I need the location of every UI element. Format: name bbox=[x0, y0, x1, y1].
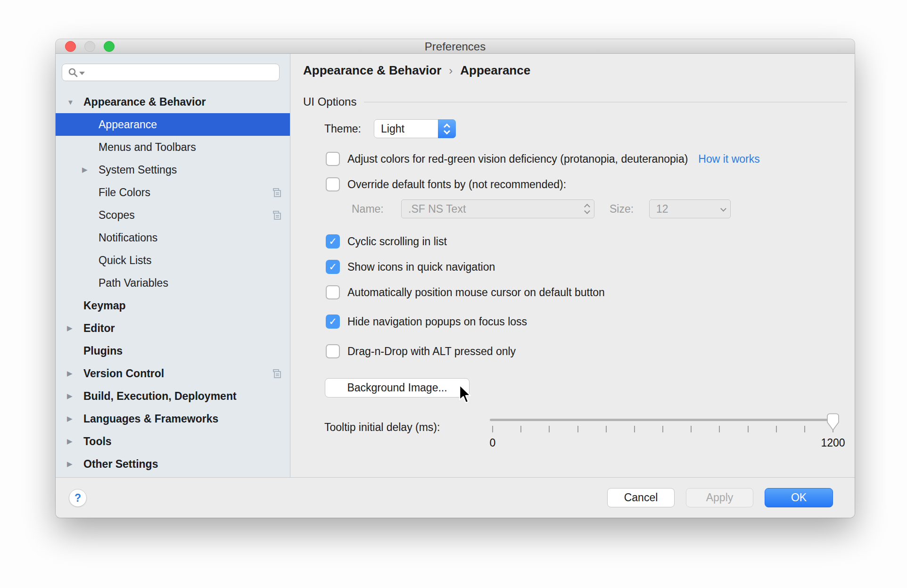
breadcrumb: Appearance & Behavior › Appearance bbox=[303, 63, 530, 78]
select-stepper-icon bbox=[585, 200, 589, 218]
select-stepper-icon[interactable] bbox=[438, 119, 456, 138]
slider-tick bbox=[577, 426, 578, 432]
search-options-caret-icon[interactable] bbox=[79, 72, 85, 75]
sidebar-item-label: Build, Execution, Deployment bbox=[83, 390, 237, 403]
sidebar-item-editor[interactable]: ▶ Editor bbox=[56, 317, 290, 340]
checkbox[interactable]: ✓ bbox=[326, 344, 340, 358]
sidebar-item-appearance-behavior[interactable]: ▼ Appearance & Behavior bbox=[56, 91, 290, 113]
sidebar-item-label: Notifications bbox=[99, 232, 157, 244]
chevron-down-icon bbox=[584, 208, 590, 214]
cancel-button[interactable]: Cancel bbox=[607, 488, 675, 507]
sidebar-item-label: Scopes bbox=[99, 209, 135, 222]
search-input[interactable] bbox=[88, 66, 279, 80]
sidebar-item-label: System Settings bbox=[99, 164, 177, 176]
sidebar-item-label: Languages & Frameworks bbox=[83, 413, 218, 425]
font-name-select[interactable]: .SF NS Text bbox=[401, 199, 594, 218]
sidebar-item-quick-lists[interactable]: Quick Lists bbox=[56, 249, 290, 272]
sidebar-item-menus-and-toolbars[interactable]: Menus and Toolbars bbox=[56, 136, 290, 158]
check-icon: ✓ bbox=[329, 262, 337, 272]
checkbox-label: Adjust colors for red-green vision defic… bbox=[347, 153, 688, 166]
footer-bar: ? Cancel Apply OK bbox=[56, 477, 855, 518]
slider-tick bbox=[492, 426, 493, 432]
tree-arrow-icon[interactable]: ▶ bbox=[67, 392, 83, 400]
checkbox-row-adjust-colors: ✓ Adjust colors for red-green vision def… bbox=[326, 150, 760, 167]
apply-button[interactable]: Apply bbox=[686, 488, 753, 507]
slider-min-label: 0 bbox=[471, 437, 514, 449]
preferences-window: Preferences bbox=[56, 39, 855, 518]
section-title: UI Options bbox=[303, 95, 356, 108]
background-image-button[interactable]: Background Image... bbox=[325, 378, 470, 398]
title-bar[interactable]: Preferences bbox=[56, 39, 855, 54]
checkbox[interactable]: ✓ bbox=[326, 285, 340, 299]
checkbox-row-hide-popups: ✓ Hide navigation popups on focus loss bbox=[326, 313, 527, 330]
tree-arrow-icon[interactable]: ▶ bbox=[67, 414, 83, 423]
tree-arrow-icon[interactable]: ▶ bbox=[67, 460, 83, 468]
checkbox-row-show-icons: ✓ Show icons in quick navigation bbox=[326, 258, 495, 275]
checkbox[interactable]: ✓ bbox=[326, 315, 340, 329]
checkbox[interactable]: ✓ bbox=[326, 260, 340, 274]
slider-max-label: 1200 bbox=[812, 437, 854, 449]
sidebar-item-system-settings[interactable]: ▶ System Settings bbox=[56, 158, 290, 181]
slider-tick bbox=[691, 426, 692, 432]
sidebar-item-version-control[interactable]: ▶ Version Control bbox=[56, 362, 290, 385]
tooltip-delay-slider[interactable]: 0 1200 bbox=[490, 412, 834, 445]
checkbox-label: Hide navigation popups on focus loss bbox=[347, 315, 527, 328]
sidebar-item-label: Plugins bbox=[83, 345, 123, 357]
sidebar-item-file-colors[interactable]: File Colors bbox=[56, 181, 290, 204]
breadcrumb-parent[interactable]: Appearance & Behavior bbox=[303, 63, 441, 78]
search-field[interactable] bbox=[62, 64, 280, 81]
slider-tick bbox=[634, 426, 635, 432]
checkbox-label: Drag-n-Drop with ALT pressed only bbox=[347, 345, 516, 358]
font-size-value: 12 bbox=[656, 203, 668, 215]
checkbox-label: Cyclic scrolling in list bbox=[347, 235, 447, 248]
checkbox[interactable]: ✓ bbox=[326, 234, 340, 248]
tree-arrow-icon[interactable]: ▼ bbox=[67, 98, 83, 106]
tree-arrow-icon[interactable]: ▶ bbox=[67, 437, 83, 446]
sidebar-item-notifications[interactable]: Notifications bbox=[56, 226, 290, 249]
checkbox[interactable]: ✓ bbox=[326, 152, 340, 166]
checkbox[interactable]: ✓ bbox=[326, 177, 340, 191]
sidebar-item-other-settings[interactable]: ▶ Other Settings bbox=[56, 453, 290, 475]
slider-thumb[interactable] bbox=[826, 413, 840, 431]
tree-arrow-icon[interactable]: ▶ bbox=[67, 369, 83, 378]
slider-track[interactable] bbox=[490, 419, 834, 421]
breadcrumb-current: Appearance bbox=[460, 63, 530, 78]
how-it-works-link[interactable]: How it works bbox=[698, 153, 759, 166]
sidebar-item-label: Version Control bbox=[83, 367, 164, 380]
sidebar-item-label: Quick Lists bbox=[99, 254, 151, 267]
tree-arrow-icon[interactable]: ▶ bbox=[67, 324, 83, 332]
help-button[interactable]: ? bbox=[69, 489, 87, 507]
ui-options-section-header: UI Options bbox=[303, 95, 847, 108]
section-divider bbox=[364, 102, 847, 102]
sidebar-item-appearance[interactable]: Appearance bbox=[56, 113, 290, 136]
sidebar-item-label: Appearance bbox=[99, 118, 157, 131]
traffic-lights bbox=[65, 41, 115, 52]
sidebar-item-build-execution-deployment[interactable]: ▶ Build, Execution, Deployment bbox=[56, 385, 290, 407]
slider-tick bbox=[748, 426, 749, 432]
sidebar-item-tools[interactable]: ▶ Tools bbox=[56, 430, 290, 453]
sidebar-item-label: File Colors bbox=[99, 186, 150, 199]
theme-select[interactable]: Light bbox=[374, 119, 456, 138]
sidebar-item-label: Keymap bbox=[83, 299, 125, 312]
tree-arrow-icon[interactable]: ▶ bbox=[82, 166, 99, 174]
checkbox-label: Override default fonts by (not recommend… bbox=[347, 178, 566, 191]
checkbox-row-auto-position-cursor: ✓ Automatically position mouse cursor on… bbox=[326, 284, 605, 301]
settings-sidebar: ▼ Appearance & Behavior Appearance Menus… bbox=[56, 54, 290, 477]
sidebar-item-label: Tools bbox=[83, 435, 112, 448]
minimize-button[interactable] bbox=[84, 41, 95, 52]
font-size-select[interactable]: 12 bbox=[649, 199, 731, 218]
sidebar-item-keymap[interactable]: Keymap bbox=[56, 294, 290, 317]
slider-tick bbox=[719, 426, 720, 432]
chevron-down-icon bbox=[720, 206, 726, 212]
zoom-button[interactable] bbox=[104, 41, 115, 52]
sidebar-item-languages-frameworks[interactable]: ▶ Languages & Frameworks bbox=[56, 407, 290, 430]
sidebar-item-plugins[interactable]: Plugins bbox=[56, 340, 290, 362]
close-button[interactable] bbox=[65, 41, 76, 52]
sidebar-item-label: Other Settings bbox=[83, 458, 158, 471]
sidebar-item-scopes[interactable]: Scopes bbox=[56, 204, 290, 226]
ok-button[interactable]: OK bbox=[765, 488, 833, 507]
tooltip-delay-label: Tooltip initial delay (ms): bbox=[324, 421, 440, 434]
sidebar-item-path-variables[interactable]: Path Variables bbox=[56, 272, 290, 294]
copy-icon bbox=[272, 369, 281, 379]
settings-content: Appearance & Behavior › Appearance UI Op… bbox=[291, 54, 855, 477]
